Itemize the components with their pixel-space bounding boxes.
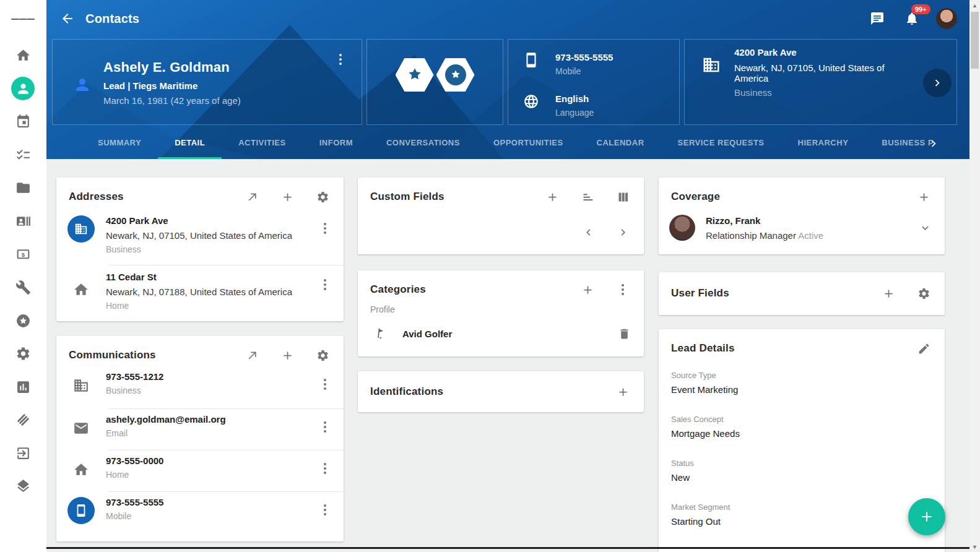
contact-menu-kebab-icon[interactable]	[333, 51, 348, 68]
address-line2: Newark, NJ, 07188, United States of Amer…	[106, 287, 298, 297]
lead-field: Source Type Event Marketing	[671, 371, 932, 395]
tab-conversations[interactable]: CONVERSATIONS	[370, 127, 477, 159]
open-addresses-icon[interactable]	[245, 189, 259, 204]
scroll-up-icon[interactable]: ▲	[969, 0, 980, 11]
relationships-icon[interactable]	[11, 408, 35, 431]
vertical-scrollbar[interactable]: ▲ ▼	[969, 0, 980, 552]
documents-folder-icon[interactable]	[11, 176, 35, 199]
address-type: Home	[106, 301, 313, 311]
hexagon-star-badge[interactable]	[396, 58, 434, 92]
delete-category-icon[interactable]	[617, 326, 631, 341]
communication-row[interactable]: 973-555-1212 Business	[56, 369, 344, 408]
rewards-star-icon[interactable]	[11, 309, 35, 332]
coverage-role: Relationship Manager	[706, 230, 796, 241]
add-address-icon[interactable]	[280, 189, 295, 204]
tab-service-requests[interactable]: SERVICE REQUESTS	[661, 127, 781, 159]
page-previous-icon[interactable]	[581, 225, 596, 239]
add-identification-icon[interactable]	[615, 384, 630, 399]
add-fab-button[interactable]	[908, 498, 945, 535]
communication-kebab-icon[interactable]	[318, 371, 332, 390]
page-next-icon[interactable]	[615, 225, 630, 239]
lead-field-label: Status	[671, 459, 932, 468]
address-row-kebab-icon[interactable]	[318, 215, 332, 234]
user-fields-title: User Fields	[671, 287, 881, 300]
add-communication-icon[interactable]	[280, 348, 295, 363]
back-arrow-icon[interactable]	[56, 7, 79, 30]
scrollbar-thumb[interactable]	[971, 12, 979, 69]
reports-chart-icon[interactable]	[11, 375, 35, 399]
category-row[interactable]: Avid Golfer	[358, 318, 644, 349]
tab-inform[interactable]: INFORM	[303, 127, 370, 159]
tab-business-processes[interactable]: BUSINESS PROCESSES	[865, 127, 933, 159]
horizontal-scrollbar[interactable]	[46, 547, 969, 549]
custom-fields-card: Custom Fields	[358, 178, 644, 254]
header-address-line2: Newark, NJ, 07105, United States of Amer…	[734, 63, 920, 84]
top-app-bar: Contacts 99+	[46, 0, 969, 37]
communication-row[interactable]: 973-555-0000 Home	[56, 451, 344, 491]
columns-icon[interactable]	[615, 189, 630, 204]
notifications-bell-icon[interactable]: 99+	[901, 8, 922, 29]
hexagon-circle-star-badge[interactable]	[436, 58, 475, 92]
sign-in-icon[interactable]	[11, 441, 35, 465]
user-fields-settings-icon[interactable]	[916, 286, 931, 301]
scroll-down-icon[interactable]: ▼	[969, 541, 980, 552]
menu-icon[interactable]	[11, 7, 35, 31]
categories-kebab-icon[interactable]	[615, 284, 630, 295]
address-line1: 4200 Park Ave	[106, 215, 313, 226]
phone-value: 973-555-5555	[555, 52, 613, 63]
tab-hierarchy[interactable]: HIERARCHY	[781, 127, 865, 159]
layers-icon[interactable]	[11, 474, 35, 498]
contact-birthdate: March 16, 1981 (42 years of age)	[103, 95, 241, 106]
address-row[interactable]: 4200 Park Ave Newark, NJ, 07105, United …	[56, 210, 344, 265]
lead-details-title: Lead Details	[671, 342, 916, 355]
communications-title: Communications	[69, 349, 245, 361]
settings-gear-icon[interactable]	[11, 342, 35, 365]
mobile-phone-icon	[523, 52, 539, 76]
tab-opportunities[interactable]: OPPORTUNITIES	[477, 127, 580, 159]
tabs-overflow-chevron-icon[interactable]	[925, 135, 942, 152]
home-icon[interactable]	[11, 43, 35, 67]
add-custom-field-icon[interactable]	[545, 189, 560, 204]
svg-text:$: $	[21, 251, 25, 257]
sort-icon[interactable]	[580, 189, 595, 204]
home-icon	[56, 272, 106, 319]
contact-card-icon[interactable]	[11, 209, 35, 233]
tab-activities[interactable]: ACTIVITIES	[222, 127, 303, 159]
coverage-expand-chevron-icon[interactable]	[917, 220, 932, 235]
tab-detail[interactable]: DETAIL	[158, 127, 222, 159]
edit-lead-details-icon[interactable]	[916, 341, 931, 356]
add-coverage-icon[interactable]	[916, 189, 931, 204]
address-row[interactable]: 11 Cedar St Newark, NJ, 07188, United St…	[56, 265, 344, 319]
quick-info-panel: 973-555-5555 Mobile English Language	[508, 39, 680, 125]
open-communications-icon[interactable]	[245, 348, 259, 363]
communication-kebab-icon[interactable]	[318, 414, 332, 433]
communication-kebab-icon[interactable]	[318, 455, 332, 474]
contact-subtitle: Lead | Tiegs Maritime	[103, 80, 241, 91]
coverage-row[interactable]: Rizzo, Frank Relationship Manager Active	[659, 210, 945, 245]
communications-settings-icon[interactable]	[315, 348, 330, 363]
person-icon	[73, 75, 92, 97]
user-avatar[interactable]	[936, 8, 957, 29]
next-address-button[interactable]	[923, 69, 952, 97]
calendar-icon[interactable]	[11, 110, 35, 133]
tab-calendar[interactable]: CALENDAR	[580, 127, 661, 159]
lead-field-value: New	[671, 472, 932, 483]
communication-kebab-icon[interactable]	[318, 497, 332, 515]
golf-flag-icon	[358, 327, 402, 340]
addresses-settings-icon[interactable]	[315, 189, 330, 204]
category-group-label: Profile	[358, 303, 644, 314]
coverage-card: Coverage Rizzo, Frank Relationship Manag…	[659, 178, 945, 254]
detail-content: Addresses 4200 Park Ave Newark, NJ, 0710…	[46, 159, 969, 552]
communication-type: Email	[106, 428, 313, 438]
communication-row[interactable]: 973-555-5555 Mobile	[56, 492, 344, 533]
chat-icon[interactable]	[867, 8, 888, 29]
contacts-icon[interactable]	[11, 77, 35, 100]
tools-wrench-icon[interactable]	[11, 275, 35, 299]
address-row-kebab-icon[interactable]	[318, 272, 332, 290]
communication-row[interactable]: ashely.goldman@email.org Email	[56, 409, 344, 450]
add-category-icon[interactable]	[580, 282, 595, 297]
add-user-field-icon[interactable]	[881, 286, 896, 301]
tab-summary[interactable]: SUMMARY	[81, 127, 158, 159]
billing-icon[interactable]: $	[11, 242, 35, 265]
tasks-icon[interactable]	[11, 143, 35, 166]
